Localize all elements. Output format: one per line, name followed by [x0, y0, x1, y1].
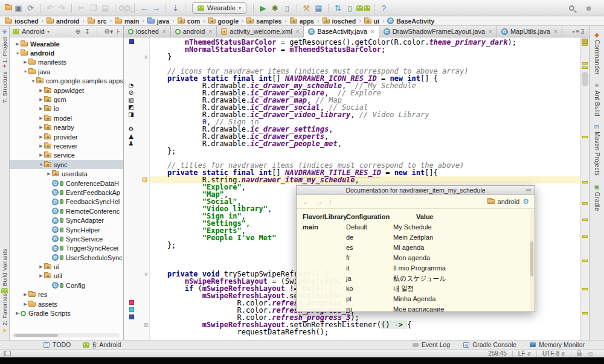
fold-marker-icon[interactable]: ⊞	[143, 321, 149, 328]
tree-item-nearby[interactable]: ▶nearby	[10, 123, 123, 132]
tree-item-triggersyncrecei[interactable]: CTriggerSyncRecei	[10, 244, 123, 253]
breadcrumb-item[interactable]: apps	[290, 18, 315, 25]
tab-iosched[interactable]: iosched×	[124, 26, 171, 37]
avd-manager-icon[interactable]: ▯	[344, 2, 356, 13]
close-icon[interactable]: ×	[371, 28, 374, 35]
tool-button--android[interactable]: 6: Android	[83, 341, 121, 348]
redo-icon[interactable]: ↷	[56, 2, 68, 13]
caret-position[interactable]: 259:45	[488, 350, 507, 357]
breadcrumb-item[interactable]: samples	[246, 18, 281, 25]
open-file[interactable]	[5, 5, 12, 10]
user-account-icon[interactable]: ☻	[583, 2, 594, 13]
tree-item-feedbacksynchel[interactable]: CFeedbackSyncHel	[10, 197, 123, 206]
warning-stripe-mark[interactable]	[582, 136, 588, 138]
close-icon[interactable]: ×	[489, 28, 492, 35]
project-structure-icon[interactable]: ▦	[313, 2, 324, 13]
panel-settings-icon[interactable]: ⚙▾	[104, 28, 113, 36]
tree-item-wearable[interactable]: ▶Wearable	[10, 39, 123, 48]
tree-expand-arrow[interactable]: ▶	[46, 171, 52, 176]
tree-item-android[interactable]: ▼android	[10, 48, 123, 57]
close-icon[interactable]: ×	[208, 28, 212, 35]
editor-scrollbar-thumb[interactable]	[582, 72, 588, 86]
tree-expand-arrow[interactable]: ▶	[38, 153, 44, 158]
hide-panel-icon[interactable]: ⊦	[117, 28, 120, 36]
find-icon[interactable]	[119, 5, 124, 11]
color-preview-swatch[interactable]	[129, 39, 134, 44]
line-separator-selector[interactable]: LF ⇵	[518, 350, 531, 357]
help-icon[interactable]: ?	[378, 2, 390, 13]
drawable-my-schedule-icon[interactable]: ◔	[127, 82, 135, 89]
back-icon[interactable]: ←	[302, 197, 310, 206]
error-stripe[interactable]	[580, 37, 589, 340]
warning-stripe-mark[interactable]	[582, 43, 588, 46]
close-icon[interactable]: ×	[296, 28, 300, 35]
project-view-selector[interactable]: Android	[22, 28, 45, 35]
tree-expand-arrow[interactable]: ▶	[38, 106, 44, 111]
tree-item-gradle-scripts[interactable]: ▶Gradle Scripts	[10, 308, 123, 318]
tool-stripe-button-ant-build[interactable]: ✳Ant Build	[594, 82, 600, 117]
breadcrumb-item[interactable]: android	[47, 18, 80, 25]
hidden-tabs-dropdown[interactable]: ▾ ≡ 3	[573, 26, 589, 37]
warning-stripe-mark[interactable]	[582, 288, 588, 290]
tree-item-java[interactable]: ▼java	[10, 67, 123, 76]
tree-item-receiver[interactable]: ▶receiver	[10, 141, 123, 150]
warning-stripe-mark[interactable]	[582, 260, 588, 262]
project-tree-hscrollbar[interactable]	[12, 333, 120, 337]
tree-expand-arrow[interactable]: ▶	[22, 302, 28, 307]
tree-item-syncservice[interactable]: CSyncService	[10, 234, 123, 243]
tool-button-gradle-console[interactable]: ▤Gradle Console	[463, 341, 516, 348]
tree-expand-arrow[interactable]: ▶	[14, 311, 21, 316]
drawable-people-met-icon[interactable]: ♟	[127, 140, 135, 147]
fold-marker-icon[interactable]: ∧	[143, 53, 149, 60]
tree-item-remoteconferenc[interactable]: CRemoteConferenc	[10, 206, 123, 216]
forward-icon[interactable]: →	[315, 197, 323, 206]
tree-item-ui[interactable]: ▶ui	[10, 262, 123, 271]
tree-expand-arrow[interactable]: ▶	[22, 60, 28, 65]
tree-expand-arrow[interactable]: ▼	[30, 79, 36, 83]
collapse-all-icon[interactable]: ↧	[85, 28, 90, 36]
lock-icon[interactable]	[577, 353, 582, 356]
tool-stripe-button-1-project[interactable]: ❖1: Project	[1, 28, 8, 63]
tree-expand-arrow[interactable]: ▶	[38, 116, 44, 121]
tree-item-syncadapter[interactable]: CSyncAdapter	[10, 216, 123, 225]
warning-stripe-mark[interactable]	[582, 235, 588, 238]
tab-BaseActivity.java[interactable]: CBaseActivity.java×	[304, 26, 379, 37]
tree-expand-arrow[interactable]: ▼	[14, 51, 21, 56]
tree-item-provider[interactable]: ▶provider	[10, 132, 123, 141]
run-icon[interactable]: ▶	[257, 2, 269, 13]
tree-item-gcm[interactable]: ▶gcm	[10, 95, 123, 104]
tree-expand-arrow[interactable]: ▼	[22, 69, 28, 74]
replace-icon[interactable]	[125, 5, 130, 11]
tree-item-appwidget[interactable]: ▶appwidget	[10, 86, 123, 95]
encoding-selector[interactable]: UTF-8 ⇵	[542, 350, 565, 357]
warning-stripe-mark[interactable]	[582, 66, 588, 69]
save-all-icon[interactable]: ▣	[13, 2, 24, 13]
breadcrumb-item[interactable]: src	[88, 18, 107, 25]
tree-item-com-google-samples-apps-[interactable]: ▼com.google.samples.apps.	[10, 77, 123, 86]
attach-debugger-icon[interactable]: ▯	[281, 2, 293, 13]
toolwindow-toggle-icon[interactable]	[4, 351, 11, 356]
tree-expand-arrow[interactable]: ▶	[38, 273, 44, 278]
close-icon[interactable]: ×	[554, 28, 557, 35]
tool-button-todo[interactable]: ☰TODO	[43, 341, 71, 348]
make-project-icon[interactable]: ⇣	[170, 2, 181, 13]
up-icon[interactable]: ↑	[329, 197, 333, 206]
copy-icon[interactable]: ❐	[88, 2, 99, 13]
tree-expand-arrow[interactable]: ▶	[38, 264, 44, 269]
tool-button-event-log[interactable]: Event Log	[413, 341, 450, 348]
tree-item-util[interactable]: ▶util	[10, 272, 123, 281]
breadcrumb-item[interactable]: ui	[364, 18, 379, 25]
tab-DrawShadowFrameLayout.java[interactable]: CDrawShadowFrameLayout.java×	[379, 26, 497, 37]
drawable-explore-icon[interactable]: ⊘	[127, 89, 135, 96]
paste-icon[interactable]: ▤	[100, 2, 111, 13]
scrollbar-thumb[interactable]	[14, 334, 58, 337]
warning-stripe-mark[interactable]	[582, 312, 588, 315]
tree-item-manifests[interactable]: ▶manifests	[10, 58, 123, 67]
gear-icon[interactable]: ⚙	[522, 197, 529, 206]
tool-stripe-button-commander[interactable]: ◆Commander	[594, 31, 600, 75]
warning-stripe-mark[interactable]	[582, 219, 588, 221]
tab-MapUtils.java[interactable]: CMapUtils.java×	[497, 26, 562, 37]
color-preview-swatch[interactable]	[129, 307, 134, 312]
pin-icon[interactable]: ✐	[524, 186, 533, 196]
breadcrumb-item[interactable]: google	[208, 18, 239, 25]
